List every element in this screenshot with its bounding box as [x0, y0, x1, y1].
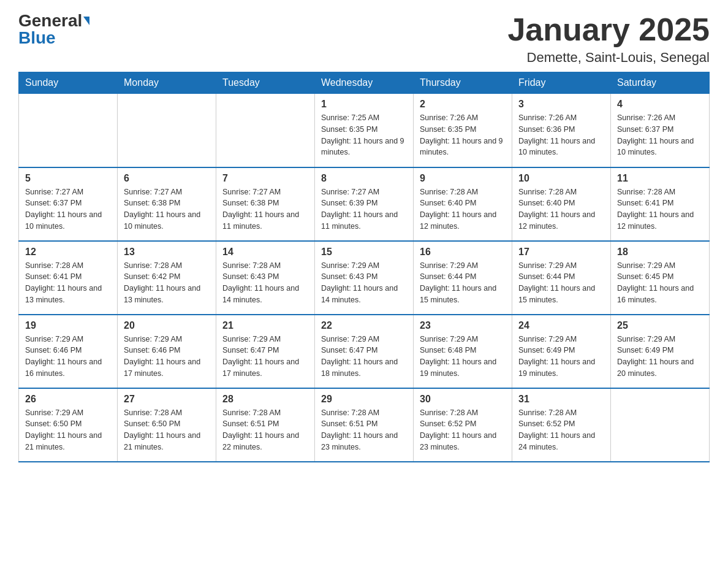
- day-number: 28: [222, 394, 308, 405]
- day-number: 26: [25, 394, 111, 405]
- day-info: Sunrise: 7:29 AMSunset: 6:47 PMDaylight:…: [222, 334, 308, 380]
- day-number: 12: [25, 247, 111, 258]
- day-info: Sunrise: 7:29 AMSunset: 6:49 PMDaylight:…: [518, 334, 604, 380]
- day-number: 31: [518, 394, 604, 405]
- calendar-week-row: 12Sunrise: 7:28 AMSunset: 6:41 PMDayligh…: [19, 241, 710, 315]
- day-number: 23: [420, 320, 506, 331]
- day-info: Sunrise: 7:28 AMSunset: 6:41 PMDaylight:…: [25, 260, 111, 306]
- calendar-cell: 5Sunrise: 7:27 AMSunset: 6:37 PMDaylight…: [19, 167, 118, 241]
- calendar-cell: 4Sunrise: 7:26 AMSunset: 6:37 PMDaylight…: [611, 94, 710, 167]
- day-info: Sunrise: 7:29 AMSunset: 6:46 PMDaylight:…: [124, 334, 210, 380]
- day-info: Sunrise: 7:29 AMSunset: 6:46 PMDaylight:…: [25, 334, 111, 380]
- day-number: 29: [321, 394, 407, 405]
- day-info: Sunrise: 7:28 AMSunset: 6:43 PMDaylight:…: [222, 260, 308, 306]
- day-number: 1: [321, 99, 407, 110]
- day-number: 20: [124, 320, 210, 331]
- page-header: General Blue January 2025 Demette, Saint…: [18, 12, 710, 66]
- day-info: Sunrise: 7:26 AMSunset: 6:36 PMDaylight:…: [518, 112, 604, 158]
- day-info: Sunrise: 7:26 AMSunset: 6:37 PMDaylight:…: [617, 112, 703, 158]
- location-title: Demette, Saint-Louis, Senegal: [507, 50, 710, 66]
- day-number: 16: [420, 247, 506, 258]
- weekday-header-monday: Monday: [118, 72, 216, 94]
- day-number: 10: [518, 173, 604, 184]
- day-info: Sunrise: 7:28 AMSunset: 6:52 PMDaylight:…: [420, 407, 506, 453]
- calendar-cell: 22Sunrise: 7:29 AMSunset: 6:47 PMDayligh…: [315, 315, 414, 388]
- day-info: Sunrise: 7:29 AMSunset: 6:47 PMDaylight:…: [321, 334, 407, 380]
- day-number: 25: [617, 320, 703, 331]
- day-info: Sunrise: 7:28 AMSunset: 6:42 PMDaylight:…: [124, 260, 210, 306]
- calendar-cell: 8Sunrise: 7:27 AMSunset: 6:39 PMDaylight…: [315, 167, 414, 241]
- weekday-header-tuesday: Tuesday: [216, 72, 315, 94]
- calendar-cell: [611, 388, 710, 462]
- day-info: Sunrise: 7:29 AMSunset: 6:48 PMDaylight:…: [420, 334, 506, 380]
- calendar-cell: 28Sunrise: 7:28 AMSunset: 6:51 PMDayligh…: [216, 388, 315, 462]
- calendar-cell: 19Sunrise: 7:29 AMSunset: 6:46 PMDayligh…: [19, 315, 118, 388]
- day-number: 13: [124, 247, 210, 258]
- day-info: Sunrise: 7:27 AMSunset: 6:39 PMDaylight:…: [321, 186, 407, 232]
- weekday-header-sunday: Sunday: [19, 72, 118, 94]
- day-info: Sunrise: 7:27 AMSunset: 6:38 PMDaylight:…: [124, 186, 210, 232]
- logo-general: General: [18, 12, 82, 29]
- day-number: 8: [321, 173, 407, 184]
- calendar-cell: 24Sunrise: 7:29 AMSunset: 6:49 PMDayligh…: [512, 315, 611, 388]
- day-number: 22: [321, 320, 407, 331]
- calendar-week-row: 5Sunrise: 7:27 AMSunset: 6:37 PMDaylight…: [19, 167, 710, 241]
- title-section: January 2025 Demette, Saint-Louis, Seneg…: [507, 12, 710, 66]
- calendar-cell: 30Sunrise: 7:28 AMSunset: 6:52 PMDayligh…: [414, 388, 512, 462]
- calendar-cell: 9Sunrise: 7:28 AMSunset: 6:40 PMDaylight…: [414, 167, 512, 241]
- calendar-cell: 3Sunrise: 7:26 AMSunset: 6:36 PMDaylight…: [512, 94, 611, 167]
- calendar-cell: 16Sunrise: 7:29 AMSunset: 6:44 PMDayligh…: [414, 241, 512, 315]
- calendar-table: SundayMondayTuesdayWednesdayThursdayFrid…: [18, 72, 710, 462]
- weekday-header-row: SundayMondayTuesdayWednesdayThursdayFrid…: [19, 72, 710, 94]
- month-title: January 2025: [507, 12, 710, 47]
- weekday-header-thursday: Thursday: [414, 72, 512, 94]
- calendar-cell: 6Sunrise: 7:27 AMSunset: 6:38 PMDaylight…: [118, 167, 216, 241]
- day-number: 17: [518, 247, 604, 258]
- day-number: 24: [518, 320, 604, 331]
- day-info: Sunrise: 7:28 AMSunset: 6:52 PMDaylight:…: [518, 407, 604, 453]
- calendar-cell: 20Sunrise: 7:29 AMSunset: 6:46 PMDayligh…: [118, 315, 216, 388]
- weekday-header-saturday: Saturday: [611, 72, 710, 94]
- calendar-week-row: 26Sunrise: 7:29 AMSunset: 6:50 PMDayligh…: [19, 388, 710, 462]
- day-info: Sunrise: 7:28 AMSunset: 6:51 PMDaylight:…: [321, 407, 407, 453]
- logo-triangle-icon: [83, 17, 89, 25]
- calendar-cell: 2Sunrise: 7:26 AMSunset: 6:35 PMDaylight…: [414, 94, 512, 167]
- calendar-cell: 12Sunrise: 7:28 AMSunset: 6:41 PMDayligh…: [19, 241, 118, 315]
- day-info: Sunrise: 7:28 AMSunset: 6:40 PMDaylight:…: [518, 186, 604, 232]
- day-info: Sunrise: 7:29 AMSunset: 6:44 PMDaylight:…: [420, 260, 506, 306]
- calendar-cell: [19, 94, 118, 167]
- day-number: 5: [25, 173, 111, 184]
- day-info: Sunrise: 7:29 AMSunset: 6:45 PMDaylight:…: [617, 260, 703, 306]
- day-number: 6: [124, 173, 210, 184]
- day-number: 2: [420, 99, 506, 110]
- day-info: Sunrise: 7:28 AMSunset: 6:50 PMDaylight:…: [124, 407, 210, 453]
- calendar-cell: 23Sunrise: 7:29 AMSunset: 6:48 PMDayligh…: [414, 315, 512, 388]
- calendar-cell: 17Sunrise: 7:29 AMSunset: 6:44 PMDayligh…: [512, 241, 611, 315]
- day-info: Sunrise: 7:28 AMSunset: 6:40 PMDaylight:…: [420, 186, 506, 232]
- day-number: 15: [321, 247, 407, 258]
- calendar-cell: 27Sunrise: 7:28 AMSunset: 6:50 PMDayligh…: [118, 388, 216, 462]
- day-number: 21: [222, 320, 308, 331]
- calendar-cell: 31Sunrise: 7:28 AMSunset: 6:52 PMDayligh…: [512, 388, 611, 462]
- day-number: 14: [222, 247, 308, 258]
- day-info: Sunrise: 7:29 AMSunset: 6:50 PMDaylight:…: [25, 407, 111, 453]
- weekday-header-friday: Friday: [512, 72, 611, 94]
- day-number: 9: [420, 173, 506, 184]
- calendar-cell: 26Sunrise: 7:29 AMSunset: 6:50 PMDayligh…: [19, 388, 118, 462]
- day-number: 18: [617, 247, 703, 258]
- day-info: Sunrise: 7:26 AMSunset: 6:35 PMDaylight:…: [420, 112, 506, 158]
- calendar-cell: [118, 94, 216, 167]
- day-number: 7: [222, 173, 308, 184]
- day-info: Sunrise: 7:27 AMSunset: 6:37 PMDaylight:…: [25, 186, 111, 232]
- day-number: 27: [124, 394, 210, 405]
- calendar-cell: 13Sunrise: 7:28 AMSunset: 6:42 PMDayligh…: [118, 241, 216, 315]
- calendar-cell: 11Sunrise: 7:28 AMSunset: 6:41 PMDayligh…: [611, 167, 710, 241]
- calendar-cell: 21Sunrise: 7:29 AMSunset: 6:47 PMDayligh…: [216, 315, 315, 388]
- calendar-cell: 25Sunrise: 7:29 AMSunset: 6:49 PMDayligh…: [611, 315, 710, 388]
- calendar-week-row: 19Sunrise: 7:29 AMSunset: 6:46 PMDayligh…: [19, 315, 710, 388]
- day-info: Sunrise: 7:28 AMSunset: 6:41 PMDaylight:…: [617, 186, 703, 232]
- day-number: 19: [25, 320, 111, 331]
- weekday-header-wednesday: Wednesday: [315, 72, 414, 94]
- calendar-cell: 18Sunrise: 7:29 AMSunset: 6:45 PMDayligh…: [611, 241, 710, 315]
- day-number: 11: [617, 173, 703, 184]
